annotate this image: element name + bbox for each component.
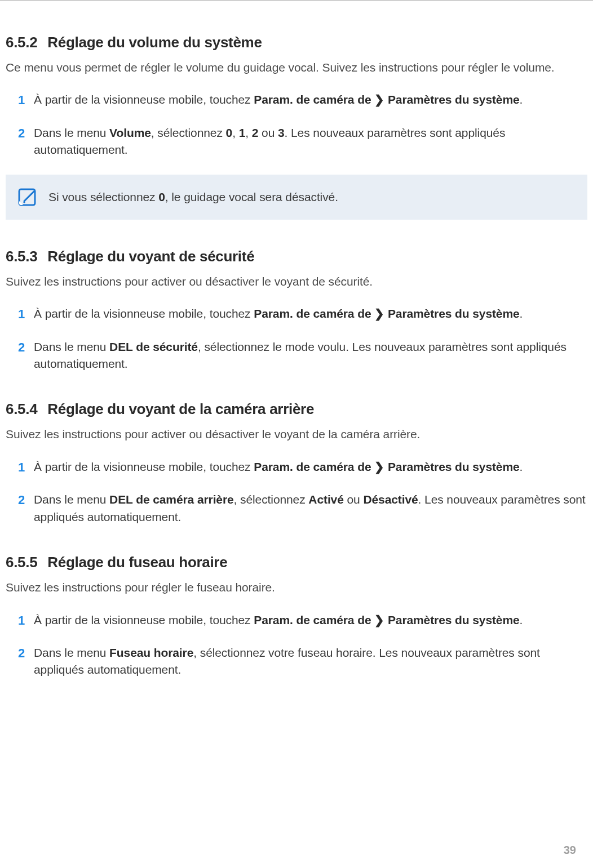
section-652: 6.5.2 Réglage du volume du système Ce me…: [6, 34, 587, 220]
step-text-part: Dans le menu: [34, 126, 109, 139]
step-1: 1 À partir de la visionneuse mobile, tou…: [34, 305, 587, 322]
heading-title: Réglage du voyant de la caméra arrière: [47, 400, 314, 418]
step-number: 1: [18, 305, 25, 323]
document-page: 6.5.2 Réglage du volume du système Ce me…: [0, 0, 593, 868]
step-bold: Paramètres du système: [388, 93, 520, 106]
step-text-part: , sélectionnez: [234, 493, 309, 506]
step-bold: 3: [278, 126, 285, 139]
step-text-part: ou: [344, 493, 364, 506]
heading-654: 6.5.4 Réglage du voyant de la caméra arr…: [6, 400, 587, 418]
step-number: 2: [18, 124, 25, 143]
step-number: 2: [18, 644, 25, 662]
step-2: 2 Dans le menu DEL de sécurité, sélectio…: [34, 339, 587, 373]
heading-652: 6.5.2 Réglage du volume du système: [6, 34, 587, 51]
step-bold: 0: [226, 126, 233, 139]
note-box: Si vous sélectionnez 0, le guidage vocal…: [6, 175, 587, 220]
step-text-part: , sélectionnez: [151, 126, 226, 139]
step-bold: Désactivé: [363, 493, 418, 506]
step-text-part: .: [520, 307, 523, 320]
note-text-part: Si vous sélectionnez: [48, 190, 158, 203]
step-bold: Volume: [109, 126, 151, 139]
chevron-right-icon: ❯: [374, 91, 384, 108]
note-text-part: , le guidage vocal sera désactivé.: [165, 190, 338, 203]
step-text-part: À partir de la visionneuse mobile, touch…: [34, 93, 254, 106]
heading-num: 6.5.4: [6, 400, 37, 418]
heading-title: Réglage du fuseau horaire: [47, 554, 227, 571]
intro-text: Suivez les instructions pour régler le f…: [6, 579, 587, 595]
note-text: Si vous sélectionnez 0, le guidage vocal…: [48, 190, 338, 204]
step-bold: Paramètres du système: [388, 307, 520, 320]
step-bold: Param. de caméra de: [254, 613, 371, 626]
step-1: 1 À partir de la visionneuse mobile, tou…: [34, 612, 587, 629]
step-1: 1 À partir de la visionneuse mobile, tou…: [34, 91, 587, 108]
step-number: 2: [18, 491, 25, 509]
note-bold: 0: [158, 190, 165, 203]
chevron-right-icon: ❯: [374, 305, 384, 322]
intro-text: Suivez les instructions pour activer ou …: [6, 273, 587, 290]
step-text-part: .: [520, 460, 523, 473]
step-bold: Activé: [308, 493, 343, 506]
step-bold: Fuseau horaire: [109, 646, 193, 659]
step-text-part: ,: [245, 126, 251, 139]
steps-list: 1 À partir de la visionneuse mobile, tou…: [6, 459, 587, 526]
heading-num: 6.5.2: [6, 34, 37, 51]
step-text-part: À partir de la visionneuse mobile, touch…: [34, 460, 254, 473]
step-bold: 1: [239, 126, 246, 139]
heading-655: 6.5.5 Réglage du fuseau horaire: [6, 554, 587, 571]
heading-title: Réglage du voyant de sécurité: [47, 248, 254, 265]
step-text-part: .: [520, 613, 523, 626]
step-text-part: Dans le menu: [34, 646, 109, 659]
chevron-right-icon: ❯: [374, 612, 384, 629]
section-654: 6.5.4 Réglage du voyant de la caméra arr…: [6, 400, 587, 526]
step-number: 1: [18, 91, 25, 109]
step-bold: 2: [252, 126, 259, 139]
step-number: 1: [18, 612, 25, 630]
step-2: 2 Dans le menu Volume, sélectionnez 0, 1…: [34, 124, 587, 159]
step-bold: Param. de caméra de: [254, 307, 371, 320]
section-653: 6.5.3 Réglage du voyant de sécurité Suiv…: [6, 248, 587, 373]
heading-653: 6.5.3 Réglage du voyant de sécurité: [6, 248, 587, 265]
intro-text: Ce menu vous permet de régler le volume …: [6, 59, 587, 75]
step-2: 2 Dans le menu Fuseau horaire, sélection…: [34, 644, 587, 679]
step-bold: Paramètres du système: [388, 460, 520, 473]
section-655: 6.5.5 Réglage du fuseau horaire Suivez l…: [6, 554, 587, 679]
heading-num: 6.5.5: [6, 554, 37, 571]
step-1: 1 À partir de la visionneuse mobile, tou…: [34, 459, 587, 475]
chevron-right-icon: ❯: [374, 459, 384, 475]
step-bold: DEL de sécurité: [109, 340, 198, 353]
svg-line-2: [24, 194, 31, 201]
step-bold: Paramètres du système: [388, 613, 520, 626]
step-number: 2: [18, 339, 25, 357]
steps-list: 1 À partir de la visionneuse mobile, tou…: [6, 91, 587, 158]
step-text-part: .: [520, 93, 523, 106]
step-text-part: À partir de la visionneuse mobile, touch…: [34, 307, 254, 320]
step-text-part: ,: [232, 126, 238, 139]
heading-num: 6.5.3: [6, 248, 37, 265]
heading-title: Réglage du volume du système: [47, 34, 262, 51]
steps-list: 1 À partir de la visionneuse mobile, tou…: [6, 305, 587, 372]
page-number: 39: [564, 844, 576, 857]
step-bold: Param. de caméra de: [254, 460, 371, 473]
step-text-part: Dans le menu: [34, 493, 109, 506]
intro-text: Suivez les instructions pour activer ou …: [6, 426, 587, 442]
step-text-part: À partir de la visionneuse mobile, touch…: [34, 613, 254, 626]
step-number: 1: [18, 459, 25, 477]
step-bold: DEL de caméra arrière: [109, 493, 233, 506]
steps-list: 1 À partir de la visionneuse mobile, tou…: [6, 612, 587, 679]
step-bold: Param. de caméra de: [254, 93, 371, 106]
step-text-part: ou: [258, 126, 278, 139]
note-icon: [17, 187, 37, 207]
step-text-part: Dans le menu: [34, 340, 109, 353]
step-2: 2 Dans le menu DEL de caméra arrière, sé…: [34, 491, 587, 526]
